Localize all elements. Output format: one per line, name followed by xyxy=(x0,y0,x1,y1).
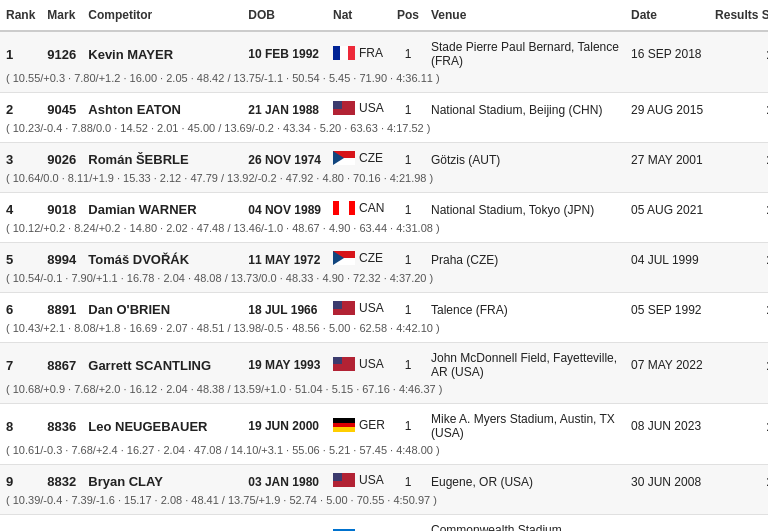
date-cell: 16 SEP 2018 xyxy=(625,31,709,70)
date-cell: 29 AUG 2015 xyxy=(625,93,709,121)
flag-icon xyxy=(333,201,355,215)
competitor-cell: Román ŠEBRLE xyxy=(82,143,242,171)
mark-cell: 8867 xyxy=(41,343,82,382)
nat-code: USA xyxy=(359,301,384,315)
nat-cell: EST xyxy=(327,515,391,532)
detail-row: ( 10.23/-0.4 · 7.88/0.0 · 14.52 · 2.01 ·… xyxy=(0,120,768,143)
nat-code: CZE xyxy=(359,151,383,165)
detail-row: ( 10.55/+0.3 · 7.80/+1.2 · 16.00 · 2.05 … xyxy=(0,70,768,93)
table-row: 3 9026 Román ŠEBRLE 26 NOV 1974 CZE 1 Gö… xyxy=(0,143,768,171)
pos-cell: 1 xyxy=(391,193,425,221)
detail-cell: ( 10.55/+0.3 · 7.80/+1.2 · 16.00 · 2.05 … xyxy=(0,70,768,93)
score-cell: 1302 xyxy=(709,31,768,70)
venue-cell: Stade Pierre Paul Bernard, Talence (FRA) xyxy=(425,31,625,70)
nationality-flag-group: FRA xyxy=(333,46,383,60)
competitor-cell: Bryan CLAY xyxy=(82,465,242,493)
pos-cell: 1 xyxy=(391,93,425,121)
table-row: 4 9018 Damian WARNER 04 NOV 1989 CAN 1 N… xyxy=(0,193,768,221)
venue-cell: John McDonnell Field, Fayetteville, AR (… xyxy=(425,343,625,382)
score-cell: 1281 xyxy=(709,243,768,271)
competitor-cell: Damian WARNER xyxy=(82,193,242,221)
pos-cell: 1 xyxy=(391,343,425,382)
rank-cell: 4 xyxy=(0,193,41,221)
dob-cell: 19 MAY 1993 xyxy=(242,343,327,382)
pos-cell: 1 xyxy=(391,31,425,70)
pos-cell: 1 xyxy=(391,143,425,171)
rank-cell: 1 xyxy=(0,31,41,70)
nationality-flag-group: USA xyxy=(333,301,384,315)
detail-row: ( 10.43/+2.1 · 8.08/+1.8 · 16.69 · 2.07 … xyxy=(0,320,768,343)
dob-cell: 21 JAN 1988 xyxy=(242,93,327,121)
col-score: Results Score xyxy=(709,0,768,31)
venue-cell: Eugene, OR (USA) xyxy=(425,465,625,493)
score-cell: 1285 xyxy=(709,193,768,221)
date-cell: 07 MAY 2022 xyxy=(625,343,709,382)
nationality-flag-group: CAN xyxy=(333,201,384,215)
table-row: 1 9126 Kevin MAYER 10 FEB 1992 FRA 1 Sta… xyxy=(0,31,768,70)
col-competitor: Competitor xyxy=(82,0,242,31)
nat-cell: USA xyxy=(327,465,391,493)
flag-icon xyxy=(333,151,355,165)
mark-cell: 9026 xyxy=(41,143,82,171)
flag-icon xyxy=(333,301,355,315)
table-row: 8 8836 Leo NEUGEBAUER 19 JUN 2000 GER 1 … xyxy=(0,404,768,443)
nat-cell: USA xyxy=(327,293,391,321)
dob-cell: 11 MAY 1972 xyxy=(242,243,327,271)
venue-cell: National Stadium, Tokyo (JPN) xyxy=(425,193,625,221)
table-row: 2 9045 Ashton EATON 21 JAN 1988 USA 1 Na… xyxy=(0,93,768,121)
date-cell: 05 SEP 1992 xyxy=(625,293,709,321)
score-cell: 1286 xyxy=(709,143,768,171)
pos-cell: 1 xyxy=(391,293,425,321)
date-cell: 30 JUN 2008 xyxy=(625,465,709,493)
rank-cell: 2 xyxy=(0,93,41,121)
competitor-cell: Erki NOOL xyxy=(82,515,242,532)
nat-cell: USA xyxy=(327,93,391,121)
flag-icon xyxy=(333,101,355,115)
competitor-cell: Garrett SCANTLING xyxy=(82,343,242,382)
score-cell: 1289 xyxy=(709,93,768,121)
mark-cell: 8832 xyxy=(41,465,82,493)
table-row: 9 8832 Bryan CLAY 03 JAN 1980 USA 1 Euge… xyxy=(0,465,768,493)
mark-cell: 9126 xyxy=(41,31,82,70)
nationality-flag-group: GER xyxy=(333,418,385,432)
flag-icon xyxy=(333,357,355,371)
col-pos: Pos xyxy=(391,0,425,31)
table-row: 10 8815 Erki NOOL 25 JUN 1970 EST 2 Comm… xyxy=(0,515,768,532)
venue-cell: Commonwealth Stadium, Edmonton (CAN) xyxy=(425,515,625,532)
rank-cell: 6 xyxy=(0,293,41,321)
pos-cell: 2 xyxy=(391,515,425,532)
competitor-cell: Leo NEUGEBAUER xyxy=(82,404,242,443)
nationality-flag-group: USA xyxy=(333,101,384,115)
detail-cell: ( 10.12/+0.2 · 8.24/+0.2 · 14.80 · 2.02 … xyxy=(0,220,768,243)
date-cell: 27 MAY 2001 xyxy=(625,143,709,171)
date-cell: 08 JUN 2023 xyxy=(625,404,709,443)
nat-code: USA xyxy=(359,473,384,487)
date-cell: 07 AUG 2001 xyxy=(625,515,709,532)
col-rank: Rank xyxy=(0,0,41,31)
col-venue: Venue xyxy=(425,0,625,31)
dob-cell: 25 JUN 1970 xyxy=(242,515,327,532)
venue-cell: Götzis (AUT) xyxy=(425,143,625,171)
nat-cell: CAN xyxy=(327,193,391,221)
mark-cell: 9045 xyxy=(41,93,82,121)
nat-code: GER xyxy=(359,418,385,432)
dob-cell: 04 NOV 1989 xyxy=(242,193,327,221)
dob-cell: 26 NOV 1974 xyxy=(242,143,327,171)
detail-row: ( 10.54/-0.1 · 7.90/+1.1 · 16.78 · 2.04 … xyxy=(0,270,768,293)
rank-cell: 9 xyxy=(0,465,41,493)
nat-cell: GER xyxy=(327,404,391,443)
detail-row: ( 10.61/-0.3 · 7.68/+2.4 · 16.27 · 2.04 … xyxy=(0,442,768,465)
mark-cell: 8891 xyxy=(41,293,82,321)
pos-cell: 1 xyxy=(391,465,425,493)
detail-cell: ( 10.54/-0.1 · 7.90/+1.1 · 16.78 · 2.04 … xyxy=(0,270,768,293)
venue-cell: Talence (FRA) xyxy=(425,293,625,321)
mark-cell: 8815 xyxy=(41,515,82,532)
flag-icon xyxy=(333,46,355,60)
rank-cell: 10 xyxy=(0,515,41,532)
date-cell: 04 JUL 1999 xyxy=(625,243,709,271)
nationality-flag-group: CZE xyxy=(333,251,383,265)
detail-row: ( 10.64/0.0 · 8.11/+1.9 · 15.33 · 2.12 ·… xyxy=(0,170,768,193)
detail-row: ( 10.68/+0.9 · 7.68/+2.0 · 16.12 · 2.04 … xyxy=(0,381,768,404)
dob-cell: 18 JUL 1966 xyxy=(242,293,327,321)
col-nat: Nat xyxy=(327,0,391,31)
